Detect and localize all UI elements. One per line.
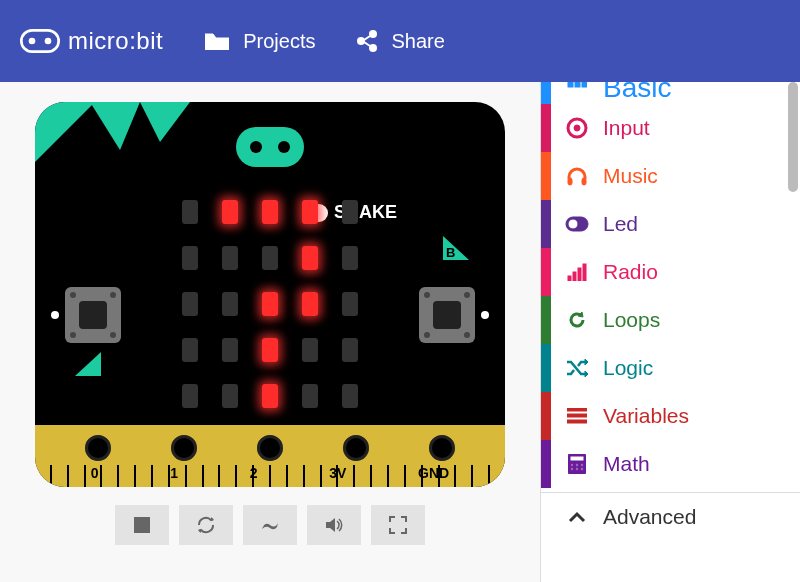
- category-color-bar: [541, 200, 551, 248]
- led: [182, 200, 198, 224]
- category-label: Led: [603, 212, 638, 236]
- led: [222, 338, 238, 362]
- led: [222, 384, 238, 408]
- svg-rect-19: [568, 178, 572, 185]
- led: [302, 200, 318, 224]
- led: [302, 292, 318, 316]
- led: [262, 292, 278, 316]
- button-b[interactable]: [419, 287, 475, 343]
- main: SHAKE A B 0123VGND: [0, 82, 800, 582]
- pin-hole[interactable]: [81, 431, 115, 465]
- category-label: Loops: [603, 308, 660, 332]
- svg-point-32: [571, 464, 573, 466]
- button-a-label: A: [75, 352, 101, 376]
- category-math[interactable]: Math: [541, 440, 800, 488]
- category-color-bar: [541, 344, 551, 392]
- projects-button[interactable]: Projects: [203, 30, 315, 53]
- microbit-face-icon: [236, 127, 304, 167]
- projects-label: Projects: [243, 30, 315, 53]
- category-logic[interactable]: Logic: [541, 344, 800, 392]
- target-icon: [557, 108, 597, 148]
- category-label: Basic: [603, 82, 671, 104]
- svg-point-34: [581, 464, 583, 466]
- category-variables[interactable]: Variables: [541, 392, 800, 440]
- button-a[interactable]: [65, 287, 121, 343]
- svg-point-36: [576, 468, 578, 470]
- slow-mo-button[interactable]: [243, 505, 297, 545]
- category-label: Input: [603, 116, 650, 140]
- led: [262, 384, 278, 408]
- chevron-icon: [557, 497, 597, 537]
- svg-rect-10: [134, 517, 150, 533]
- pin-hole[interactable]: [253, 431, 287, 465]
- list-icon: [557, 396, 597, 436]
- svg-line-7: [364, 42, 370, 46]
- category-label: Music: [603, 164, 658, 188]
- category-loops[interactable]: Loops: [541, 296, 800, 344]
- led: [302, 338, 318, 362]
- svg-marker-8: [90, 102, 140, 150]
- led: [302, 246, 318, 270]
- svg-rect-15: [575, 82, 580, 87]
- svg-point-1: [29, 38, 36, 45]
- headphones-icon: [557, 156, 597, 196]
- restart-button[interactable]: [179, 505, 233, 545]
- pin-hole[interactable]: [167, 431, 201, 465]
- category-label: Advanced: [603, 505, 696, 529]
- category-music[interactable]: Music: [541, 152, 800, 200]
- led: [342, 246, 358, 270]
- led: [342, 338, 358, 362]
- shuffle-icon: [557, 348, 597, 388]
- svg-rect-16: [582, 82, 587, 87]
- led: [182, 246, 198, 270]
- led: [262, 200, 278, 224]
- category-sidebar: BasicInputMusicLedRadioLoopsLogicVariabl…: [540, 82, 800, 582]
- led: [342, 292, 358, 316]
- led: [182, 338, 198, 362]
- svg-rect-24: [573, 272, 576, 281]
- grid-icon: [557, 82, 597, 104]
- mute-button[interactable]: [307, 505, 361, 545]
- fullscreen-button[interactable]: [371, 505, 425, 545]
- folder-icon: [203, 30, 231, 52]
- category-color-bar: [541, 392, 551, 440]
- led: [222, 292, 238, 316]
- svg-point-37: [581, 468, 583, 470]
- svg-point-33: [576, 464, 578, 466]
- category-input[interactable]: Input: [541, 104, 800, 152]
- share-icon: [355, 29, 379, 53]
- led: [222, 200, 238, 224]
- microbit-logo-icon: [20, 28, 60, 54]
- share-button[interactable]: Share: [355, 29, 444, 53]
- decoration: [35, 102, 95, 162]
- simulator-area: SHAKE A B 0123VGND: [0, 82, 540, 582]
- category-basic[interactable]: Basic: [541, 82, 800, 104]
- svg-rect-23: [568, 276, 571, 281]
- category-label: Logic: [603, 356, 653, 380]
- svg-rect-28: [567, 414, 587, 417]
- logo[interactable]: micro:bit: [20, 27, 163, 55]
- category-color-bar: [541, 152, 551, 200]
- pin-hole[interactable]: [339, 431, 373, 465]
- svg-rect-27: [567, 408, 587, 411]
- pin-hole[interactable]: [425, 431, 459, 465]
- microbit-simulator: SHAKE A B 0123VGND: [35, 102, 505, 487]
- svg-rect-26: [583, 264, 586, 281]
- decoration: [90, 102, 200, 157]
- category-color-bar: [541, 296, 551, 344]
- svg-rect-29: [567, 420, 587, 423]
- led: [222, 246, 238, 270]
- svg-rect-20: [582, 178, 586, 185]
- category-radio[interactable]: Radio: [541, 248, 800, 296]
- stop-button[interactable]: [115, 505, 169, 545]
- led-matrix: [178, 197, 362, 411]
- svg-point-4: [357, 37, 365, 45]
- category-advanced[interactable]: Advanced: [541, 492, 800, 540]
- svg-line-6: [364, 36, 370, 40]
- calculator-icon: [557, 444, 597, 484]
- scrollbar[interactable]: [788, 82, 798, 192]
- led: [182, 292, 198, 316]
- redo-icon: [557, 300, 597, 340]
- category-led[interactable]: Led: [541, 200, 800, 248]
- category-label: Variables: [603, 404, 689, 428]
